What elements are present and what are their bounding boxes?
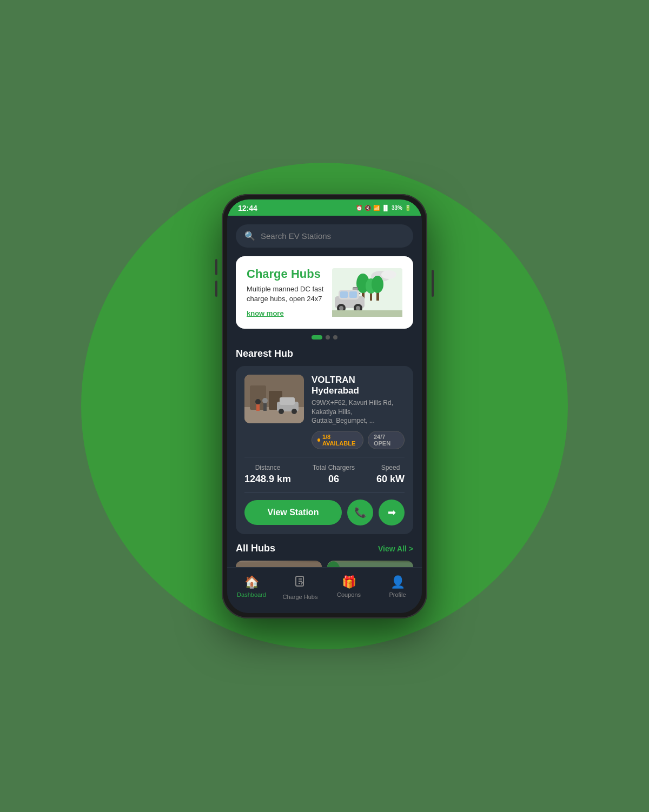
phone-icon: 📞 — [354, 507, 366, 518]
banner-title: Charge Hubs — [247, 267, 332, 281]
open-badge: 24/7 OPEN — [368, 431, 405, 449]
status-bar: 12:44 ⏰ 🔇 📶 ▐▌ 33% 🔋 — [227, 199, 422, 216]
phone-screen: 12:44 ⏰ 🔇 📶 ▐▌ 33% 🔋 🔍 Search EV Station… — [227, 199, 422, 613]
volume-down-button[interactable] — [215, 281, 217, 297]
svg-rect-27 — [280, 397, 295, 405]
banner-illustration — [332, 268, 402, 317]
hub-top-section: VOLTRAN Hyderabad C9WX+F62, Kavuri Hills… — [244, 375, 405, 449]
search-icon: 🔍 — [244, 231, 255, 241]
wifi-icon: 📶 — [373, 205, 380, 211]
nearest-hub-card: VOLTRAN Hyderabad C9WX+F62, Kavuri Hills… — [236, 366, 413, 534]
hub-address: C9WX+F62, Kavuri Hills Rd, Kakatiya Hill… — [312, 398, 405, 425]
battery-icon: 🔋 — [405, 205, 411, 211]
all-hubs-header: All Hubs View All > — [236, 543, 413, 554]
dot-2[interactable] — [326, 335, 330, 340]
hub-stats: Distance 1248.9 km Total Chargers 06 Spe… — [244, 464, 405, 485]
signal-icon: ▐▌ — [382, 205, 389, 211]
power-button[interactable] — [432, 270, 434, 297]
distance-stat: Distance 1248.9 km — [244, 464, 291, 485]
svg-rect-34 — [236, 563, 322, 567]
svg-point-18 — [339, 306, 343, 310]
carousel-dots — [236, 335, 413, 340]
hub-divider-2 — [244, 492, 405, 493]
svg-rect-31 — [256, 404, 260, 411]
hub-name: VOLTRAN Hyderabad — [312, 375, 405, 396]
status-icons: ⏰ 🔇 📶 ▐▌ 33% 🔋 — [356, 205, 411, 211]
search-bar[interactable]: 🔍 Search EV Stations — [236, 224, 413, 248]
coupons-icon: 🎁 — [342, 575, 356, 589]
view-station-button[interactable]: View Station — [244, 500, 342, 525]
speed-value: 60 kW — [376, 474, 405, 485]
phone-frame: 12:44 ⏰ 🔇 📶 ▐▌ 33% 🔋 🔍 Search EV Station… — [222, 194, 427, 618]
dot-3[interactable] — [333, 335, 337, 340]
search-placeholder: Search EV Stations — [261, 231, 331, 241]
bottom-nav: 🏠 Dashboard Charge Hubs 🎁 Coupons 👤 — [227, 567, 422, 613]
status-time: 12:44 — [238, 204, 257, 212]
speed-label: Speed — [376, 464, 405, 471]
svg-rect-42 — [327, 563, 413, 567]
nav-coupons[interactable]: 🎁 Coupons — [325, 573, 373, 602]
banner-text: Charge Hubs Multiple manned DC fast char… — [247, 267, 332, 318]
hubs-grid: 1/8 AVAILABLE — [236, 561, 413, 567]
charge-hubs-icon — [294, 575, 307, 591]
banner-link[interactable]: know more — [247, 309, 284, 317]
banner-card: Charge Hubs Multiple manned DC fast char… — [236, 256, 413, 329]
nav-dashboard-label: Dashboard — [237, 591, 266, 598]
svg-rect-15 — [340, 291, 348, 298]
view-all-button[interactable]: View All > — [378, 544, 413, 553]
call-button[interactable]: 📞 — [347, 500, 373, 525]
distance-value: 1248.9 km — [244, 474, 291, 485]
volume-up-button[interactable] — [215, 259, 217, 275]
svg-point-20 — [356, 306, 360, 310]
profile-icon: 👤 — [390, 575, 405, 589]
nav-coupons-label: Coupons — [337, 591, 361, 598]
availability-dot — [317, 438, 320, 442]
distance-label: Distance — [244, 464, 291, 471]
svg-point-28 — [279, 409, 284, 414]
dashboard-icon: 🏠 — [244, 575, 259, 589]
all-hubs-title: All Hubs — [236, 543, 275, 554]
svg-point-32 — [262, 398, 268, 403]
chargers-label: Total Chargers — [313, 464, 355, 471]
svg-point-8 — [372, 276, 383, 293]
hub-divider — [244, 457, 405, 457]
svg-point-29 — [292, 409, 297, 414]
nearest-hub-title: Nearest Hub — [236, 348, 413, 360]
availability-text: 1/8 AVAILABLE — [322, 434, 357, 447]
availability-badge: 1/8 AVAILABLE — [312, 431, 363, 449]
hub-thumb-2[interactable]: AVAILABLE 60KW — [327, 561, 413, 567]
nav-charge-hubs-label: Charge Hubs — [283, 594, 318, 600]
hub-thumb-1[interactable]: 1/8 AVAILABLE — [236, 561, 322, 567]
nav-charge-hubs[interactable]: Charge Hubs — [276, 573, 325, 602]
svg-rect-21 — [332, 310, 402, 317]
svg-rect-33 — [263, 403, 267, 411]
svg-point-2 — [381, 270, 396, 279]
battery-text: 33% — [392, 205, 402, 211]
nav-dashboard[interactable]: 🏠 Dashboard — [227, 573, 276, 602]
chargers-value: 06 — [313, 474, 355, 485]
svg-point-30 — [255, 399, 261, 404]
nav-profile-label: Profile — [389, 591, 406, 598]
hub-badges: 1/8 AVAILABLE 24/7 OPEN — [312, 431, 405, 449]
directions-button[interactable]: ➡ — [379, 500, 405, 525]
speed-stat: Speed 60 kW — [376, 464, 405, 485]
banner-description: Multiple manned DC fast charge hubs, ope… — [247, 284, 332, 304]
svg-rect-16 — [349, 291, 357, 298]
main-content: 🔍 Search EV Stations Charge Hubs Multipl… — [227, 216, 422, 567]
chargers-stat: Total Chargers 06 — [313, 464, 355, 485]
hub-image-inner — [244, 375, 304, 423]
mute-icon: 🔇 — [365, 205, 371, 211]
hub-actions: View Station 📞 ➡ — [244, 500, 405, 525]
nav-profile[interactable]: 👤 Profile — [373, 573, 422, 602]
dot-1[interactable] — [312, 335, 322, 340]
hub-image — [244, 375, 304, 423]
directions-icon: ➡ — [388, 507, 396, 518]
hub-info: VOLTRAN Hyderabad C9WX+F62, Kavuri Hills… — [312, 375, 405, 449]
alarm-icon: ⏰ — [356, 205, 362, 211]
